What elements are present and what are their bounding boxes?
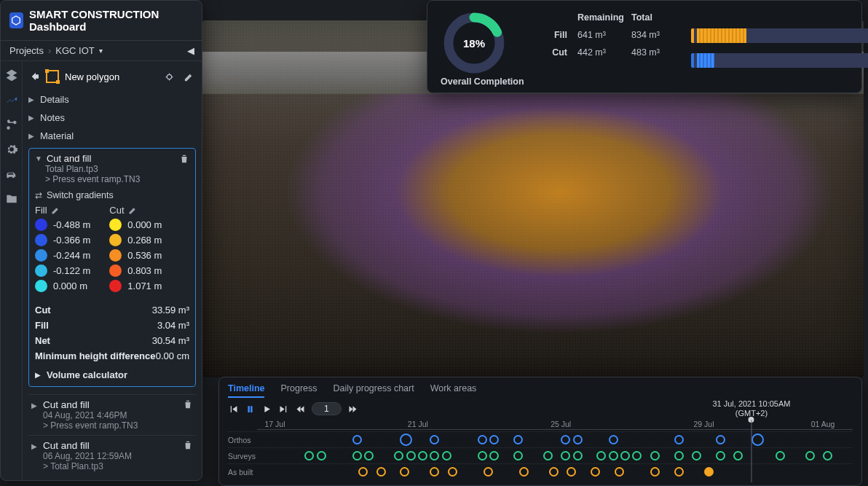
gradient-stop[interactable]: 0.803 m bbox=[109, 264, 162, 277]
collapse-icon[interactable]: ◀ bbox=[187, 45, 194, 56]
gradient-stop[interactable]: -0.366 m bbox=[35, 234, 90, 246]
breadcrumb-root[interactable]: Projects bbox=[9, 45, 44, 56]
switch-gradients[interactable]: ⇄ Switch gradients bbox=[35, 190, 189, 200]
delete-icon[interactable] bbox=[183, 399, 193, 409]
timeline-node[interactable] bbox=[364, 451, 374, 460]
timeline-node[interactable] bbox=[609, 451, 618, 460]
timeline-node[interactable] bbox=[573, 435, 583, 444]
timeline-node[interactable] bbox=[430, 451, 439, 460]
timeline-node[interactable] bbox=[543, 451, 553, 460]
timeline-node[interactable] bbox=[591, 467, 600, 477]
section-material[interactable]: ▶Material bbox=[27, 127, 197, 145]
timeline-node[interactable] bbox=[489, 435, 499, 444]
timeline-node[interactable] bbox=[573, 451, 583, 460]
timeline-node[interactable] bbox=[430, 467, 439, 477]
timeline-node[interactable] bbox=[519, 467, 529, 477]
locate-icon[interactable] bbox=[164, 71, 175, 82]
gradient-stop[interactable]: -0.244 m bbox=[35, 249, 90, 262]
section-details[interactable]: ▶Details bbox=[27, 90, 197, 109]
timeline-node[interactable] bbox=[692, 451, 701, 460]
layers-icon[interactable] bbox=[5, 68, 18, 82]
timeline-node[interactable] bbox=[376, 467, 386, 477]
play-icon[interactable] bbox=[261, 404, 272, 415]
delete-icon[interactable] bbox=[179, 154, 189, 164]
tab-daily-progress-chart[interactable]: Daily progress chart bbox=[334, 383, 414, 398]
tab-work-areas[interactable]: Work areas bbox=[430, 383, 477, 398]
timeline-node[interactable] bbox=[596, 451, 606, 460]
timeline-node[interactable] bbox=[823, 451, 832, 460]
gradient-stop[interactable]: 0.268 m bbox=[109, 234, 162, 246]
timeline-node[interactable] bbox=[674, 451, 684, 460]
speed-pill[interactable]: 1 bbox=[312, 402, 342, 415]
vehicle-icon[interactable] bbox=[5, 168, 18, 181]
timeline-node[interactable] bbox=[733, 451, 743, 460]
timeline-node[interactable] bbox=[561, 435, 570, 444]
edit-icon[interactable] bbox=[128, 205, 138, 215]
timeline-node[interactable] bbox=[751, 434, 764, 446]
tab-progress[interactable]: Progress bbox=[280, 383, 317, 398]
timeline-node[interactable] bbox=[406, 451, 416, 460]
timeline-node[interactable] bbox=[674, 467, 684, 477]
timeline-axis[interactable]: 17 Jul21 Jul25 Jul29 Jul01 Aug bbox=[257, 420, 853, 430]
timeline-node[interactable] bbox=[549, 467, 559, 477]
timeline-node[interactable] bbox=[609, 435, 618, 444]
timeline-node[interactable] bbox=[352, 451, 362, 460]
timeline-node[interactable] bbox=[620, 451, 630, 460]
timeline-node[interactable] bbox=[478, 451, 487, 460]
skip-end-icon[interactable] bbox=[278, 404, 289, 415]
timeline-node[interactable] bbox=[394, 451, 403, 460]
timeline-node[interactable] bbox=[430, 435, 439, 444]
timeline-node[interactable] bbox=[805, 451, 815, 460]
timeline-node[interactable] bbox=[358, 467, 368, 477]
edit-icon[interactable] bbox=[51, 205, 60, 215]
timeline-node[interactable] bbox=[489, 451, 499, 460]
breadcrumb-project[interactable]: KGC IOT bbox=[55, 45, 94, 56]
gear-icon[interactable] bbox=[5, 143, 18, 156]
timeline-node[interactable] bbox=[317, 451, 326, 460]
timeline-node[interactable] bbox=[484, 467, 493, 477]
gradient-stop[interactable]: 1.071 m bbox=[109, 280, 162, 292]
timeline-node[interactable] bbox=[704, 467, 714, 477]
tab-timeline[interactable]: Timeline bbox=[228, 383, 264, 398]
timeline-node[interactable] bbox=[400, 467, 409, 477]
step-back-icon[interactable] bbox=[295, 404, 306, 415]
folder-icon[interactable] bbox=[5, 192, 18, 205]
timeline-node[interactable] bbox=[632, 451, 642, 460]
timeline-node[interactable] bbox=[442, 451, 451, 460]
volume-calculator[interactable]: ▶Volume calculator bbox=[35, 364, 189, 380]
history-item[interactable]: ▶Cut and fill04 Aug, 2021 4:46PM> Press … bbox=[28, 394, 196, 435]
timeline-node[interactable] bbox=[561, 451, 570, 460]
timeline-node[interactable] bbox=[513, 451, 523, 460]
breadcrumb[interactable]: Projects › KGC IOT ▾ ◀ bbox=[1, 41, 202, 61]
skip-start-icon[interactable] bbox=[228, 404, 239, 415]
timeline-node[interactable] bbox=[418, 451, 427, 460]
timeline-node[interactable] bbox=[776, 451, 785, 460]
timeline-node[interactable] bbox=[513, 435, 523, 444]
gradient-stop[interactable]: -0.488 m bbox=[35, 219, 90, 231]
timeline-node[interactable] bbox=[448, 467, 457, 477]
timeline-node[interactable] bbox=[615, 467, 624, 477]
timeline-node[interactable] bbox=[352, 435, 362, 444]
delete-icon[interactable] bbox=[183, 440, 193, 450]
timeline-node[interactable] bbox=[567, 467, 576, 477]
gradient-stop[interactable]: 0.000 m bbox=[35, 280, 90, 292]
back-icon[interactable] bbox=[28, 71, 40, 82]
timeline-node[interactable] bbox=[716, 451, 725, 460]
gradient-stop[interactable]: 0.000 m bbox=[109, 219, 162, 231]
timeline-node[interactable] bbox=[650, 451, 660, 460]
step-fwd-icon[interactable] bbox=[347, 404, 358, 415]
timeline-node[interactable] bbox=[304, 451, 314, 460]
measure-icon[interactable] bbox=[5, 93, 18, 106]
timeline-node[interactable] bbox=[674, 435, 684, 444]
playhead-marker[interactable]: 31 Jul, 2021 10:05AM (GMT+2) bbox=[712, 399, 790, 418]
timeline-node[interactable] bbox=[650, 467, 660, 477]
gradient-stop[interactable]: 0.536 m bbox=[109, 249, 162, 262]
section-notes[interactable]: ▶Notes bbox=[27, 109, 197, 127]
branches-icon[interactable] bbox=[5, 118, 18, 131]
timeline-node[interactable] bbox=[400, 434, 412, 446]
edit-icon[interactable] bbox=[184, 71, 194, 82]
timeline-node[interactable] bbox=[478, 435, 487, 444]
collapse-icon[interactable]: ▼ bbox=[35, 154, 42, 162]
chevron-down-icon[interactable]: ▾ bbox=[99, 47, 103, 55]
pause-icon[interactable] bbox=[245, 404, 256, 415]
